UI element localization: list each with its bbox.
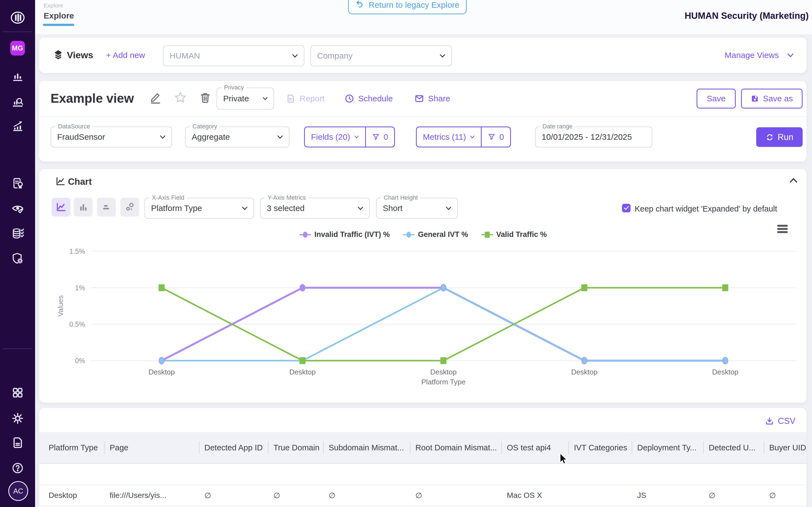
chevron-down-icon xyxy=(277,135,283,140)
table-header-cell[interactable]: OS test api4 xyxy=(501,432,569,463)
datasource-select[interactable]: DataSource FraudSensor xyxy=(51,126,172,148)
results-table: Platform TypePageDetected App IDTrue Dom… xyxy=(39,432,807,506)
user-avatar[interactable]: AC xyxy=(8,481,28,501)
manage-views-button[interactable]: Manage Views xyxy=(725,51,779,60)
date-range-value: 10/01/2025 - 12/31/2025 xyxy=(542,127,632,147)
y-axis-title: Values xyxy=(56,295,65,317)
table-cell: Desktop xyxy=(39,491,104,500)
table-header-cell[interactable]: Detected U... xyxy=(703,432,764,463)
metrics-label: Metrics (11) xyxy=(423,132,466,142)
csv-label: CSV xyxy=(778,416,796,426)
legend-item[interactable]: Valid Traffic % xyxy=(481,230,547,239)
collapse-chevron-up-icon[interactable] xyxy=(789,177,798,184)
insights-trend-icon[interactable] xyxy=(0,120,35,132)
chart-height-select[interactable]: Chart Height Short xyxy=(376,198,458,219)
help-icon[interactable] xyxy=(0,462,35,474)
save-as-button[interactable]: Save as xyxy=(741,89,803,109)
add-new-view-button[interactable]: + Add new xyxy=(106,51,145,60)
table-header-label: Buyer UID M xyxy=(769,443,807,452)
table-row: Desktopfile:///Users/yis...∅∅∅∅Mac OS XJ… xyxy=(39,485,807,506)
explore-icon[interactable] xyxy=(0,95,35,108)
fields-dropdown-button[interactable]: Fields (20) xyxy=(305,127,365,147)
table-header-cell[interactable]: Subdomain Mismat... xyxy=(323,432,410,463)
table-header-cell[interactable]: True Domain xyxy=(268,432,323,463)
save-button[interactable]: Save xyxy=(697,89,736,109)
table-header-label: Platform Type xyxy=(49,443,98,452)
company-select[interactable]: Company xyxy=(311,45,452,66)
legend-marker xyxy=(299,231,312,239)
workspace-avatar[interactable]: MG xyxy=(10,41,25,56)
table-header-cell[interactable]: Deployment Ty... xyxy=(632,432,703,463)
table-header-label: Detected U... xyxy=(709,443,755,452)
share-button[interactable]: Share xyxy=(414,94,450,104)
layers-icon xyxy=(53,49,63,62)
report-certificate-icon[interactable] xyxy=(0,177,35,190)
chevron-down-icon[interactable] xyxy=(787,53,794,59)
table-body: Desktopfile:///Users/yis...∅∅∅∅Mac OS XJ… xyxy=(39,464,807,506)
policy-shield-icon[interactable] xyxy=(0,252,35,265)
settings-gear-icon[interactable] xyxy=(0,412,35,425)
human-logo-icon[interactable] xyxy=(0,10,35,25)
apps-grid-icon[interactable] xyxy=(0,386,35,399)
category-select[interactable]: Category Aggregate xyxy=(185,126,289,148)
x-axis-value: Platform Type xyxy=(151,198,202,218)
table-header-label: Detected App ID xyxy=(204,443,263,452)
report-label: Report xyxy=(300,94,325,103)
fields-filter-button[interactable]: 0 xyxy=(365,127,394,147)
table-header-label: Root Domain Mismat... xyxy=(415,443,497,452)
y-axis-metrics-select[interactable]: Y-Axis Metrics 3 selected xyxy=(260,198,370,219)
dashboard-icon[interactable] xyxy=(0,70,35,82)
chart-type-scatter-button[interactable] xyxy=(120,198,139,217)
refresh-icon xyxy=(766,133,774,142)
schedule-button[interactable]: Schedule xyxy=(344,94,393,104)
table-cell: Mac OS X xyxy=(501,491,569,500)
report-button[interactable]: Report xyxy=(286,94,325,104)
table-header-label: OS test api4 xyxy=(507,443,551,452)
table-header-cell[interactable]: Platform Type xyxy=(39,432,104,463)
metrics-filter-button[interactable]: 0 xyxy=(481,127,510,147)
table-header-cell[interactable]: Buyer UID M xyxy=(764,432,807,463)
metrics-dropdown-button[interactable]: Metrics (11) xyxy=(417,127,481,147)
data-point-marker xyxy=(722,284,728,291)
legend-item[interactable]: General IVT % xyxy=(402,230,468,239)
views-bar: Views + Add new HUMAN Company Manage Vie… xyxy=(39,38,807,73)
account-name[interactable]: HUMAN Security (Marketing) xyxy=(685,10,809,21)
return-to-legacy-button[interactable]: Return to legacy Explore xyxy=(348,0,467,14)
edit-pencil-icon[interactable] xyxy=(149,92,162,105)
document-icon[interactable] xyxy=(0,436,35,449)
chart-type-bar-button[interactable] xyxy=(74,198,93,217)
scatter-plot-icon xyxy=(124,202,136,213)
x-tick-label: Desktop xyxy=(289,368,316,376)
keep-expanded-checkbox[interactable] xyxy=(622,204,631,212)
favorite-star-icon[interactable] xyxy=(173,91,187,106)
eye-check-icon[interactable] xyxy=(0,202,35,215)
view-select[interactable]: HUMAN xyxy=(163,45,304,66)
x-tick-label: Desktop xyxy=(712,368,738,376)
y-tick-label: 1.5% xyxy=(69,247,85,255)
column-separator xyxy=(703,441,704,454)
table-header-cell[interactable]: Root Domain Mismat... xyxy=(410,432,501,463)
data-quality-icon[interactable] xyxy=(0,227,35,240)
table-header-row: Platform TypePageDetected App IDTrue Dom… xyxy=(39,432,807,464)
legend-item[interactable]: Invalid Traffic (IVT) % xyxy=(299,230,390,239)
table-header-cell[interactable]: Page xyxy=(104,432,199,463)
view-title: Example view xyxy=(51,91,134,106)
chart-type-horizontal-bar-button[interactable] xyxy=(97,198,116,217)
csv-download-button[interactable]: CSV xyxy=(765,416,796,426)
date-range-input[interactable]: Date range 10/01/2025 - 12/31/2025 xyxy=(535,126,652,148)
chart-type-line-button[interactable] xyxy=(52,198,70,217)
run-button[interactable]: Run xyxy=(756,127,803,147)
column-separator xyxy=(632,441,632,454)
legend-label: Valid Traffic % xyxy=(496,230,547,239)
tab-explore[interactable]: Explore xyxy=(44,11,74,20)
undo-icon xyxy=(356,0,364,10)
table-header-cell[interactable]: Detected App ID xyxy=(199,432,268,463)
privacy-select[interactable]: Privacy Private xyxy=(217,88,274,110)
x-axis-field-select[interactable]: X-Axis Field Platform Type xyxy=(145,198,254,219)
data-point-marker xyxy=(159,357,164,364)
sidebar-divider xyxy=(3,32,32,32)
delete-trash-icon[interactable] xyxy=(199,92,212,105)
company-select-placeholder: Company xyxy=(317,46,353,66)
x-tick-label: Desktop xyxy=(571,368,597,376)
table-header-cell[interactable]: IVT Categories xyxy=(569,432,632,463)
